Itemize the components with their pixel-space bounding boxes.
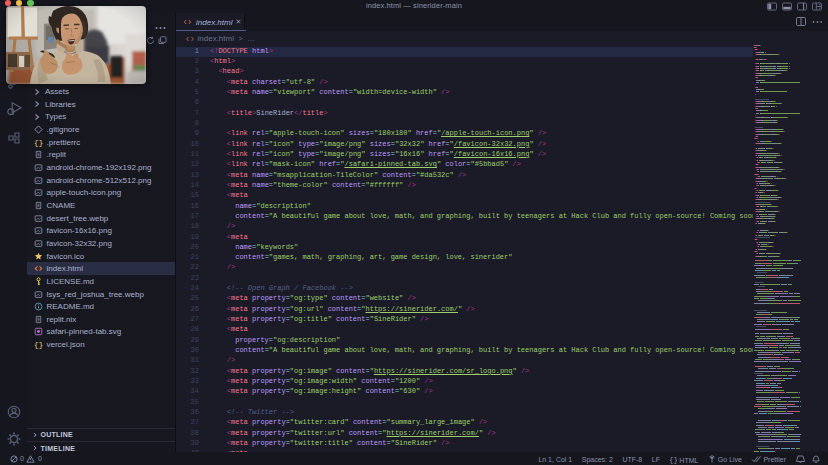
svg-text:{}: {} <box>669 456 677 464</box>
svg-text:{}: {} <box>34 138 43 147</box>
svg-text:{}: {} <box>34 340 43 349</box>
